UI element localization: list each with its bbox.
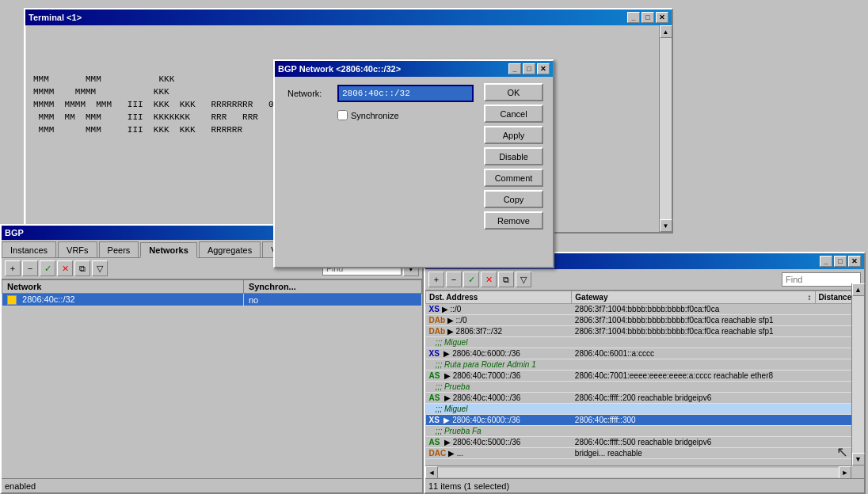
terminal-line-1 xyxy=(33,35,664,48)
bgp-check-btn[interactable]: ✓ xyxy=(40,260,55,276)
terminal-scrollbar[interactable]: ▲ ▼ xyxy=(659,25,672,232)
ipv6-v-scrollbar[interactable]: ▲ ▼ xyxy=(851,283,864,466)
bgp-network-close-btn[interactable]: ✕ xyxy=(537,63,550,74)
terminal-title: Terminal <1> xyxy=(29,13,82,22)
comment-cell: ;;; Prueba Fa xyxy=(426,426,864,437)
terminal-maximize-btn[interactable]: □ xyxy=(641,12,654,23)
ipv6-add-btn[interactable]: + xyxy=(428,272,444,287)
route-type: AS xyxy=(429,393,440,402)
bgp-network-maximize-btn[interactable]: □ xyxy=(523,63,535,74)
tab-instances[interactable]: Instances xyxy=(2,241,56,257)
tab-vrfs[interactable]: VRFs xyxy=(58,241,97,257)
gateway-cell: 2806:40c:ffff::300 xyxy=(572,415,815,426)
table-row: ;;; Miguel xyxy=(426,337,864,348)
terminal-minimize-btn[interactable]: _ xyxy=(627,12,640,23)
terminal-line-2 xyxy=(33,48,664,60)
table-row[interactable]: AS ▶ 2806:40c:4000::/36 2806:40c:ffff::2… xyxy=(426,393,864,404)
tab-aggregates[interactable]: Aggregates xyxy=(199,241,261,257)
col-dst-header: Dst. Address xyxy=(426,291,572,304)
synchronize-cell: no xyxy=(243,294,421,306)
dst-cell: AS ▶ 2806:40c:5000::/36 xyxy=(426,437,572,448)
gateway-cell: 2806:40c:ffff::200 reachable bridgeipv6 xyxy=(572,393,815,404)
route-type: DAb xyxy=(429,327,446,336)
table-row: ;;; Ruta para Router Admin 1 xyxy=(426,359,864,370)
table-row[interactable]: DAC ▶ ... bridgei... reachable xyxy=(426,448,864,459)
table-row: ;;; Miguel xyxy=(426,404,864,415)
table-row[interactable]: AS ▶ 2806:40c:5000::/36 2806:40c:ffff::5… xyxy=(426,437,864,448)
route-type: AS xyxy=(429,371,440,380)
route-arrow: ▶ xyxy=(448,449,455,458)
ipv6-titlebar-buttons: _ □ ✕ xyxy=(820,256,861,267)
disable-button[interactable]: Disable xyxy=(484,147,543,165)
route-type: DAC xyxy=(429,449,447,458)
ipv6-panel: IPv6 Route List _ □ ✕ + − ✓ ✕ ⧉ ▽ Dst. A… xyxy=(424,252,866,494)
route-type: DAb xyxy=(429,316,446,325)
table-row[interactable]: XS ▶ 2806:40c:6000::/36 2806:40c:6001::a… xyxy=(426,348,864,359)
comment-cell: ;;; Prueba xyxy=(426,382,864,393)
ipv6-h-scrollbar[interactable]: ◄ ► xyxy=(425,466,851,478)
table-row[interactable]: DAb ▶ ::/0 2806:3f7:1004:bbbb:bbbb:bbbb:… xyxy=(426,315,864,326)
bgp-copy-btn[interactable]: ⧉ xyxy=(74,260,90,276)
route-type: XS xyxy=(429,416,440,424)
dst-cell: DAb ▶ ::/0 xyxy=(426,315,572,326)
ipv6-filter-btn[interactable]: ▽ xyxy=(516,272,531,287)
col-synchronize-header: Synchron... xyxy=(243,280,421,294)
bgp-cross-btn[interactable]: ✕ xyxy=(57,260,73,276)
terminal-close-btn[interactable]: ✕ xyxy=(656,12,668,23)
synchronize-checkbox[interactable] xyxy=(337,110,348,120)
network-label: Network: xyxy=(287,89,331,98)
ipv6-close-btn[interactable]: ✕ xyxy=(848,256,861,267)
network-icon xyxy=(7,295,17,305)
bgp-panel-title: BGP xyxy=(5,228,24,238)
gateway-cell: bridgei... reachable xyxy=(572,448,815,459)
table-row[interactable]: AS ▶ 2806:40c:7000::/36 2806:40c:7001:ee… xyxy=(426,370,864,382)
comment-cell: ;;; Miguel xyxy=(426,404,864,415)
terminal-scroll-up[interactable]: ▲ xyxy=(660,25,672,38)
table-row[interactable]: 2806:40c::/32 no xyxy=(2,294,422,306)
terminal-titlebar: Terminal <1> _ □ ✕ xyxy=(25,10,672,25)
remove-button[interactable]: Remove xyxy=(484,211,543,230)
ipv6-copy-btn[interactable]: ⧉ xyxy=(498,272,514,287)
bgp-network-title: BGP Network <2806:40c::/32> xyxy=(278,64,401,74)
bgp-network-dialog: BGP Network <2806:40c::/32> _ □ ✕ Networ… xyxy=(273,59,554,268)
route-arrow: ▶ xyxy=(447,316,454,325)
ipv6-maximize-btn[interactable]: □ xyxy=(834,256,847,267)
bgp-remove-btn[interactable]: − xyxy=(22,260,38,276)
table-row[interactable]: DAb ▶ 2806:3f7::/32 2806:3f7:1004:bbbb:b… xyxy=(426,326,864,337)
bgp-add-btn[interactable]: + xyxy=(5,260,21,276)
col-network-header: Network xyxy=(2,280,244,294)
ipv6-minimize-btn[interactable]: _ xyxy=(820,256,832,267)
table-row[interactable]: XS ▶ 2806:40c:6000::/36 2806:40c:ffff::3… xyxy=(426,415,864,426)
ipv6-scroll-right-btn[interactable]: ► xyxy=(839,466,851,479)
dst-cell: DAC ▶ ... xyxy=(426,448,572,459)
ipv6-remove-btn[interactable]: − xyxy=(446,272,462,287)
route-type: XS xyxy=(429,349,440,358)
route-arrow: ▶ xyxy=(444,438,451,446)
ipv6-scroll-left-btn[interactable]: ◄ xyxy=(425,466,438,479)
dialog-buttons-group: OK Cancel Apply Disable Comment Copy Rem… xyxy=(484,83,543,230)
comment-button[interactable]: Comment xyxy=(484,169,543,187)
route-arrow: ▶ xyxy=(444,371,451,380)
gateway-cell: 2806:3f7:1004:bbbb:bbbb:bbbb:f0ca:f0ca r… xyxy=(572,326,815,337)
ipv6-find-input[interactable] xyxy=(782,272,861,287)
bgp-network-minimize-btn[interactable]: _ xyxy=(508,63,521,74)
dst-cell: AS ▶ 2806:40c:7000::/36 xyxy=(426,370,572,382)
tab-networks[interactable]: Networks xyxy=(140,242,197,258)
bgp-filter-btn[interactable]: ▽ xyxy=(92,260,108,276)
ipv6-scroll-down-btn[interactable]: ▼ xyxy=(852,453,865,466)
ipv6-check-btn[interactable]: ✓ xyxy=(463,272,479,287)
terminal-scroll-down[interactable]: ▼ xyxy=(660,219,672,232)
terminal-scroll-track xyxy=(660,38,672,219)
cancel-button[interactable]: Cancel xyxy=(484,104,543,123)
table-row: ;;; Prueba xyxy=(426,382,864,393)
copy-button[interactable]: Copy xyxy=(484,190,543,208)
tab-peers[interactable]: Peers xyxy=(99,241,139,257)
ipv6-scroll-up-btn[interactable]: ▲ xyxy=(852,283,865,296)
ok-button[interactable]: OK xyxy=(484,83,543,101)
bgp-network-titlebar: BGP Network <2806:40c::/32> _ □ ✕ xyxy=(275,61,553,77)
apply-button[interactable]: Apply xyxy=(484,126,543,144)
ipv6-cross-btn[interactable]: ✕ xyxy=(481,272,497,287)
bgp-status-text: enabled xyxy=(5,481,36,491)
network-input[interactable] xyxy=(337,85,474,102)
table-row[interactable]: XS ▶ ::/0 2806:3f7:1004:bbbb:bbbb:bbbb:f… xyxy=(426,304,864,315)
